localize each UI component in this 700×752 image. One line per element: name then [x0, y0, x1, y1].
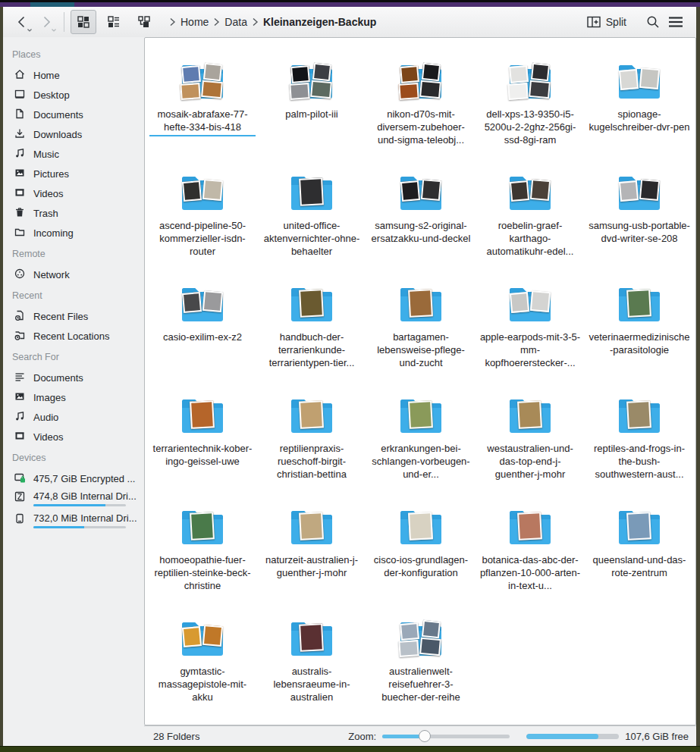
sidebar-item-pictures[interactable]: Pictures — [11, 164, 144, 183]
folder-item[interactable]: casio-exilim-ex-z2 — [148, 271, 257, 383]
folder-item[interactable]: naturzeit-australien-j-guenther-j-mohr — [257, 494, 366, 606]
breadcrumb-item[interactable]: Home — [177, 16, 212, 28]
chevron-right-icon — [39, 14, 54, 30]
forward-button[interactable] — [35, 11, 58, 33]
preview-photo — [422, 63, 441, 81]
folder-item[interactable]: gymtastic-massagepistole-mit-akku — [148, 606, 257, 717]
breadcrumb-item[interactable]: Kleinanzeigen-Backup — [260, 16, 379, 28]
folder-name: homoeopathie-fuer-reptilien-steinke-beck… — [152, 553, 253, 592]
folder-item[interactable]: reptilienpraxis-rueschoff-birgit-christi… — [257, 383, 366, 494]
folder-item[interactable]: samsung-usb-portable-dvd-writer-se-208 — [585, 160, 694, 271]
folder-item[interactable]: homoeopathie-fuer-reptilien-steinke-beck… — [148, 494, 257, 606]
folder-item[interactable]: terrarientechnik-kober-ingo-geissel-uwe — [148, 383, 257, 494]
sidebar-item-videos[interactable]: Videos — [11, 427, 144, 446]
sidebar-item-images[interactable]: Images — [11, 387, 144, 407]
folder-view[interactable]: mosaik-abrafaxe-77-hefte-334-bis-418 pal… — [144, 37, 696, 725]
folder-item[interactable]: reptiles-and-frogs-in-the-bush-southwest… — [585, 383, 694, 494]
tree-view-button[interactable] — [131, 10, 157, 34]
sidebar-section-header: Remote — [11, 243, 144, 265]
sidebar-item-videos[interactable]: Videos — [11, 183, 144, 203]
network-icon — [14, 268, 26, 280]
sidebar-item-desktop[interactable]: Desktop — [11, 85, 144, 105]
sidebar-item-music[interactable]: Music — [11, 144, 144, 164]
image-icon — [14, 390, 26, 403]
folder-item[interactable]: mosaik-abrafaxe-77-hefte-334-bis-418 — [148, 49, 257, 160]
split-button[interactable]: Split — [582, 13, 631, 31]
folder-item[interactable]: apple-earpods-mit-3-5-mm-kopfhoerersteck… — [476, 271, 585, 383]
folder-name: samsung-s2-original-ersatzakku-und-decke… — [370, 219, 472, 245]
folder-item[interactable]: samsung-s2-original-ersatzakku-und-decke… — [366, 160, 476, 271]
folder-item[interactable]: handbuch-der-terrarienkunde-terrarientyp… — [257, 271, 366, 383]
preview-photo — [639, 67, 660, 89]
folder-item[interactable]: australienwelt-reisefuehrer-3-buecher-de… — [366, 606, 476, 717]
folder-thumbnail — [287, 168, 336, 216]
folder-item[interactable]: palm-pilot-iii — [257, 49, 366, 160]
recent-folder-icon — [14, 329, 26, 341]
preview-photo — [182, 626, 202, 647]
folder-item[interactable]: united-office-aktenvernichter-ohne-behae… — [257, 160, 366, 271]
folder-name: westaustralien-und-das-top-end-j-guenthe… — [479, 442, 581, 481]
details-view-icon — [107, 15, 121, 29]
hdd-root-icon — [14, 490, 26, 503]
sidebar-item-audio[interactable]: Audio — [11, 407, 144, 427]
folder-item[interactable]: westaustralien-und-das-top-end-j-guenthe… — [476, 383, 585, 494]
folder-item[interactable]: australis-lebensraeume-in-australien — [257, 606, 366, 717]
preview-photo — [289, 83, 309, 100]
folder-item[interactable]: dell-xps-13-9350-i5-5200u-2-2ghz-256gi-s… — [476, 49, 585, 160]
sidebar-item-475-7-gib-encrypted[interactable]: 475,7 GiB Encrypted ... — [11, 468, 144, 488]
music-icon — [14, 147, 26, 159]
back-button[interactable] — [11, 11, 33, 33]
disk-capacity-fill — [526, 734, 598, 739]
device-usage-fill — [33, 504, 105, 506]
folder-name: naturzeit-australien-j-guenther-j-mohr — [261, 553, 363, 579]
sidebar-item-label: Incoming — [33, 227, 74, 239]
folder-item[interactable]: roebelin-graef-karthago-automatikuhr-ede… — [476, 160, 585, 271]
folder-item[interactable]: queensland-und-das-rote-zentrum — [585, 494, 694, 606]
preview-photo — [530, 290, 551, 312]
current-item-indicator — [149, 135, 256, 136]
search-button[interactable] — [642, 11, 664, 33]
trash-icon — [14, 206, 26, 218]
music-icon — [14, 410, 26, 422]
sidebar-item-incoming[interactable]: Incoming — [11, 223, 144, 243]
folder-item[interactable]: bartagamen-lebensweise-pflege-und-zucht — [366, 271, 476, 383]
details-view-button[interactable] — [101, 10, 127, 34]
folder-name: mosaik-abrafaxe-77-hefte-334-bis-418 — [152, 108, 253, 133]
sidebar-item-label: Recent Files — [33, 311, 88, 322]
folder-item[interactable]: botanica-das-abc-der-pflanzen-10-000-art… — [476, 494, 585, 606]
folder-name: ascend-pipeline-50-kommerzieller-isdn-ro… — [152, 219, 253, 258]
folder-item[interactable]: cisco-ios-grundlagen-der-konfiguration — [366, 494, 476, 606]
folder-item[interactable]: veterinaermedizinische-parasitologie — [585, 271, 694, 383]
sidebar-item-732-0-mib-internal-dri[interactable]: 732,0 MiB Internal Dri... — [11, 510, 144, 532]
icons-view-button[interactable] — [71, 10, 96, 34]
sidebar-item-documents[interactable]: Documents — [11, 368, 144, 387]
zoom-slider[interactable] — [382, 730, 510, 742]
preview-photo — [419, 80, 441, 99]
sidebar-item-downloads[interactable]: Downloads — [11, 124, 144, 144]
breadcrumb-item[interactable]: Data — [221, 16, 250, 28]
sidebar-item-network[interactable]: Network — [11, 265, 144, 284]
sidebar-item-trash[interactable]: Trash — [11, 203, 144, 223]
menu-button[interactable] — [664, 11, 687, 33]
icons-view-icon — [77, 15, 90, 29]
preview-photo — [626, 400, 651, 429]
folder-item[interactable]: nikon-d70s-mit-diversem-zubehoer-und-sig… — [366, 49, 476, 160]
download-icon — [14, 127, 26, 139]
toolbar-separator — [64, 12, 64, 32]
zoom-slider-handle[interactable] — [419, 730, 431, 742]
sidebar-item-home[interactable]: Home — [11, 65, 144, 85]
preview-photo — [310, 80, 332, 99]
preview-photo — [202, 625, 223, 647]
tree-view-icon — [137, 15, 151, 29]
sidebar-section-header: Devices — [11, 446, 144, 468]
sidebar-item-documents[interactable]: Documents — [11, 105, 144, 124]
folder-name: dell-xps-13-9350-i5-5200u-2-2ghz-256gi-s… — [479, 108, 581, 146]
sidebar-item-474-8-gib-internal-dri[interactable]: 474,8 GiB Internal Dri... — [11, 488, 144, 510]
folder-thumbnail — [615, 279, 664, 327]
preview-photo — [398, 640, 419, 657]
sidebar-item-recent-locations[interactable]: Recent Locations — [11, 326, 144, 346]
sidebar-item-recent-files[interactable]: Recent Files — [11, 306, 144, 326]
folder-item[interactable]: erkrankungen-bei-schlangen-vorbeugen-und… — [366, 383, 476, 494]
folder-item[interactable]: ascend-pipeline-50-kommerzieller-isdn-ro… — [148, 160, 257, 271]
folder-item[interactable]: spionage-kugelschreiber-dvr-pen — [585, 49, 694, 160]
